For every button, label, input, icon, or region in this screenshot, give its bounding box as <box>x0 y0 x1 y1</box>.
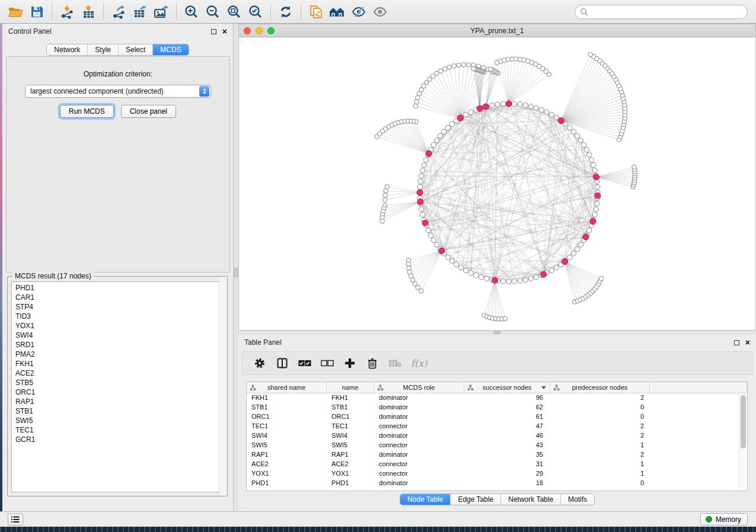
mcds-result-item[interactable]: STB1 <box>15 406 223 416</box>
export-table-button[interactable] <box>129 3 151 21</box>
task-history-button[interactable] <box>8 514 23 525</box>
table-row[interactable]: STB1STB1dominator620 <box>247 403 747 412</box>
toolbar-separator <box>103 4 104 20</box>
zoom-fit-button[interactable] <box>224 3 245 21</box>
mcds-result-item[interactable]: SWI4 <box>15 331 223 340</box>
cell-name: SWI4 <box>327 431 374 441</box>
export-network-button[interactable] <box>108 3 129 21</box>
close-panel-icon[interactable]: × <box>222 29 227 34</box>
mcds-result-item[interactable]: GCR1 <box>15 435 223 444</box>
column-header-successor-nodes[interactable]: successor nodes <box>464 382 550 393</box>
tab-edge-table[interactable]: Edge Table <box>451 494 501 505</box>
mcds-result-item[interactable]: ACE2 <box>15 368 223 378</box>
table-row[interactable]: TEC1TEC1connector472 <box>247 422 747 431</box>
tab-mcds[interactable]: MCDS <box>153 44 188 55</box>
create-column-button[interactable] <box>343 357 356 370</box>
mcds-result-item[interactable]: RAP1 <box>15 397 223 406</box>
deselect-all-rows-button[interactable] <box>321 357 334 370</box>
save-session-button[interactable] <box>26 3 47 21</box>
export-image-button[interactable] <box>151 3 172 21</box>
table-scrollbar[interactable] <box>739 394 747 490</box>
column-header-predecessor-nodes[interactable]: predecessor nodes <box>550 382 650 393</box>
criterion-value: largest connected component (undirected) <box>25 87 199 95</box>
cell-predecessor-nodes: 2 <box>550 393 650 403</box>
table-row[interactable]: ACE2ACE2connector311 <box>247 460 747 469</box>
mcds-result-item[interactable]: PHD1 <box>15 283 223 293</box>
table-row[interactable]: YOX1YOX1connector291 <box>247 469 747 479</box>
mcds-result-item[interactable]: FKH1 <box>15 359 223 368</box>
cell-mcds-role: dominator <box>374 431 464 441</box>
float-panel-icon[interactable] <box>734 340 739 345</box>
import-network-button[interactable] <box>56 3 78 21</box>
float-panel-icon[interactable] <box>211 29 216 34</box>
column-header-name[interactable]: name <box>327 382 374 393</box>
delete-column-button[interactable] <box>366 357 379 370</box>
mcds-result-item[interactable]: PMA2 <box>15 350 223 359</box>
tab-network-table[interactable]: Network Table <box>501 494 561 505</box>
mcds-list-scrollbar[interactable] <box>219 277 227 495</box>
cell-successor-nodes: 31 <box>464 460 550 469</box>
column-label: predecessor nodes <box>572 384 628 391</box>
memory-button[interactable]: Memory <box>700 513 748 525</box>
import-table-button[interactable] <box>78 3 99 21</box>
column-header-shared-name[interactable]: shared name <box>247 382 327 393</box>
open-file-button[interactable] <box>5 3 26 21</box>
hide-selected-button[interactable] <box>348 3 369 21</box>
mcds-result-item[interactable]: SRD1 <box>15 340 223 350</box>
clone-network-button[interactable] <box>305 3 327 21</box>
mcds-result-item[interactable]: TID3 <box>15 312 223 321</box>
mcds-result-item[interactable]: ORC1 <box>15 387 223 397</box>
table-row[interactable]: FKH1FKH1dominator962 <box>247 393 747 403</box>
refresh-button[interactable] <box>275 3 296 21</box>
mcds-result-item[interactable]: YOX1 <box>15 321 223 331</box>
shared-column-icon <box>467 384 474 391</box>
search-input[interactable] <box>588 6 747 18</box>
table-settings-button[interactable] <box>253 357 266 370</box>
zoom-selected-icon <box>248 4 263 20</box>
mcds-result-item[interactable]: CAR1 <box>15 293 223 302</box>
cell-predecessor-nodes: 0 <box>550 412 650 422</box>
network-canvas[interactable] <box>239 37 755 330</box>
splitter-grip[interactable] <box>234 268 238 277</box>
first-neighbors-button[interactable] <box>327 3 348 21</box>
vertical-splitter[interactable] <box>234 24 238 511</box>
cell-shared-name: YOX1 <box>247 469 327 479</box>
table-row[interactable]: PHD1PHD1dominator180 <box>247 479 747 488</box>
criterion-select[interactable]: largest connected component (undirected) <box>25 85 211 98</box>
zoom-selected-button[interactable] <box>245 3 266 21</box>
tab-select[interactable]: Select <box>119 44 153 55</box>
cell-shared-name: PHD1 <box>247 479 327 488</box>
mcds-result-item[interactable]: STB5 <box>15 378 223 387</box>
table-row[interactable]: SWI4SWI4dominator462 <box>247 431 747 441</box>
zoom-out-button[interactable] <box>202 3 224 21</box>
cell-shared-name: FKH1 <box>247 393 327 403</box>
scrollbar-thumb[interactable] <box>741 395 746 448</box>
zoom-in-button[interactable] <box>181 3 202 21</box>
splitter-grip[interactable] <box>493 331 500 334</box>
table-row[interactable]: ORC1ORC1dominator610 <box>247 412 747 422</box>
column-header-mcds-role[interactable]: MCDS role <box>374 382 464 393</box>
tab-motifs[interactable]: Motifs <box>561 494 594 505</box>
table-row[interactable]: RAP1RAP1dominator352 <box>247 450 747 460</box>
mcds-options-box: Optimization criterion: largest connecte… <box>6 56 230 273</box>
cell-name: RAP1 <box>327 450 374 460</box>
export-network-icon <box>111 5 126 19</box>
status-bar: Memory <box>0 511 756 527</box>
show-all-button[interactable] <box>369 3 391 21</box>
houses-icon <box>329 5 346 18</box>
table-row[interactable]: SWI5SWI5connector431 <box>247 441 747 450</box>
close-panel-icon[interactable]: × <box>745 340 750 345</box>
delete-table-icon <box>388 359 401 367</box>
tab-network[interactable]: Network <box>47 44 88 55</box>
run-mcds-button[interactable]: Run MCDS <box>60 105 114 118</box>
table-panel-title: Table Panel <box>244 338 282 347</box>
mcds-result-item[interactable]: STP4 <box>15 302 223 312</box>
mcds-result-item[interactable]: TEC1 <box>15 425 223 435</box>
show-columns-button[interactable] <box>276 357 289 370</box>
mcds-result-item[interactable]: SWI5 <box>15 416 223 425</box>
close-panel-button[interactable]: Close panel <box>121 105 176 118</box>
tab-node-table[interactable]: Node Table <box>400 494 451 505</box>
tab-style[interactable]: Style <box>88 44 119 55</box>
horizontal-splitter[interactable] <box>238 331 756 335</box>
select-all-rows-button[interactable] <box>298 357 311 370</box>
